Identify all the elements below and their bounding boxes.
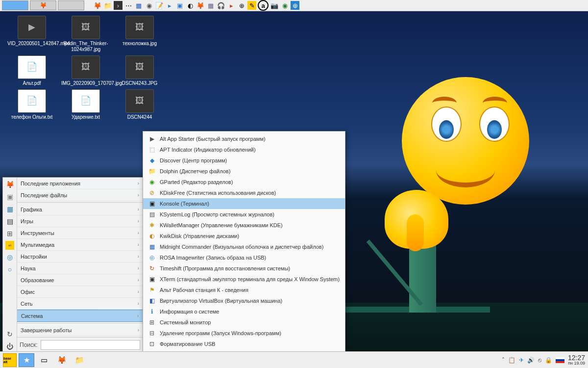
menu-recent-apps[interactable]: Последние приложения› <box>17 178 143 189</box>
launcher-files-icon[interactable]: 📁 <box>103 1 112 10</box>
fav-firefox-icon[interactable]: 🦊 <box>5 180 15 189</box>
fav-app-icon[interactable]: ▦ <box>5 204 15 214</box>
start-button[interactable]: base alt <box>3 353 17 367</box>
menu-category-label: Сеть <box>21 301 32 307</box>
submenu-item[interactable]: ℹИнформация о системе <box>143 306 345 317</box>
desktop-icon[interactable]: 🖼DSCN4244 <box>115 89 164 120</box>
submenu-item[interactable]: ⊟Удаление программ (Запуск Windows-прогр… <box>143 328 345 339</box>
menu-category[interactable]: Сеть› <box>17 298 143 310</box>
submenu-item[interactable]: ⊘KDiskFree (Статистика использования дис… <box>143 187 345 198</box>
app-icon: ◐ <box>148 232 156 240</box>
fav-chromium-icon[interactable]: ○ <box>5 264 15 274</box>
submenu-item[interactable]: 📁Dolphin (Диспетчер файлов) <box>143 166 345 177</box>
task-button[interactable] <box>2 0 28 10</box>
desktop-icon[interactable]: ▶VID_20200501_142847.mp4 <box>7 16 56 53</box>
panel-task-files[interactable]: 📁 <box>72 353 87 367</box>
tray-keyboard-layout-ru[interactable] <box>556 357 564 363</box>
launcher-app-icon[interactable]: ⊕ <box>291 1 299 10</box>
submenu-item[interactable]: ⊞Системный монитор <box>143 317 345 328</box>
panel-task-firefox[interactable]: 🦊 <box>54 353 70 367</box>
tray-telegram-icon[interactable]: ✈ <box>519 357 524 364</box>
menu-category[interactable]: Инструменты› <box>17 227 143 239</box>
launcher-app-icon[interactable]: ▦ <box>134 1 143 10</box>
submenu-item[interactable]: ◐KwikDisk (Управление дисками) <box>143 231 345 241</box>
task-button[interactable] <box>58 0 84 10</box>
launcher-app-icon[interactable]: ⊕ <box>237 1 246 10</box>
fav-power-icon[interactable]: ⏻ <box>5 342 15 351</box>
menu-category-label: Наука <box>21 265 36 271</box>
tray-volume-icon[interactable]: 🔊 <box>527 357 535 364</box>
tray-lock-icon[interactable]: 🔒 <box>545 357 552 364</box>
menu-category[interactable]: Образование› <box>17 274 143 286</box>
menu-search-input[interactable] <box>41 340 140 350</box>
launcher-more-icon[interactable]: ⋯ <box>124 1 133 10</box>
launcher-app-icon[interactable]: 📝 <box>155 1 164 10</box>
desktop-icon[interactable]: 🖼Rodin_The_Thinker-1024x987.jpg <box>61 16 110 53</box>
tray-clipboard-icon[interactable]: 📋 <box>508 357 515 364</box>
submenu-item[interactable]: ⊡Форматирование USB <box>143 339 345 349</box>
fav-app-icon[interactable]: ▤ <box>5 216 15 226</box>
launcher-app-icon[interactable]: ▦ <box>206 1 215 10</box>
submenu-item[interactable]: ▶Alt App Starter (Быстрый запуск програм… <box>143 133 345 144</box>
menu-recent-files[interactable]: Последние файлы› <box>17 189 143 201</box>
menu-category[interactable]: Графика› <box>17 204 143 215</box>
submenu-item[interactable]: ◆Discover (Центр программ) <box>143 155 345 166</box>
launcher-app-icon[interactable]: ◉ <box>280 1 289 10</box>
submenu-item[interactable]: ▤KSystemLog (Просмотр системных журналов… <box>143 209 345 220</box>
fav-app-icon[interactable]: ⊞ <box>5 229 15 238</box>
menu-category[interactable]: Настройки› <box>17 251 143 263</box>
chevron-right-icon: › <box>138 242 139 247</box>
fav-alt-icon[interactable]: alt <box>5 241 14 250</box>
submenu-item[interactable]: ◎ROSA Imagewriter (Запись образа на USB) <box>143 252 345 263</box>
submenu-item[interactable]: ◉GParted (Редактор разделов) <box>143 177 345 187</box>
app-icon: ▶ <box>148 135 156 143</box>
submenu-item[interactable]: ◧Виртуализатор VirtualBox (Виртуальная м… <box>143 295 345 306</box>
submenu-item[interactable]: ↻Timeshift (Программа для восстановления… <box>143 263 345 274</box>
menu-category[interactable]: Игры› <box>17 215 143 227</box>
submenu-item[interactable]: ⬚APT Indicator (Индикатор обновлений) <box>143 144 345 155</box>
launcher-terminal-icon[interactable]: › <box>114 1 122 10</box>
desktop-icon[interactable]: 🖼DSCN4243.JPG <box>115 55 164 86</box>
desktop-icon[interactable]: 🖼техноложка.jpg <box>115 16 164 53</box>
submenu-item[interactable]: ✱KWalletManager (Управление бумажниками … <box>143 220 345 231</box>
launcher-gimp-icon[interactable]: 🦊 <box>196 1 205 10</box>
launcher-app-icon[interactable]: 📷 <box>270 1 279 10</box>
tray-chevron-icon[interactable]: ˄ <box>502 357 505 364</box>
launcher-app-icon[interactable]: ✎ <box>247 1 256 10</box>
submenu-item[interactable]: ⚑Альт Рабочая станция К - сведения <box>143 285 345 295</box>
submenu-item-label: KSystemLog (Просмотр системных журналов) <box>160 211 274 217</box>
desktop-icon[interactable]: 📄Альт.pdf <box>7 55 56 86</box>
fav-app-icon[interactable]: ◎ <box>5 252 15 262</box>
menu-category[interactable]: Офис› <box>17 286 143 298</box>
menu-category-label: Мультимедиа <box>21 242 54 248</box>
menu-shutdown[interactable]: Завершение работы› <box>17 324 143 336</box>
desktop-icon[interactable]: 📄Ударение.txt <box>61 89 110 120</box>
launcher-app-icon[interactable]: ▣ <box>175 1 184 10</box>
task-button[interactable]: 🦊 <box>30 0 56 10</box>
launcher-app-icon[interactable]: a <box>258 0 269 11</box>
launcher-app-icon[interactable]: ◐ <box>186 1 195 10</box>
app-icon: ℹ <box>148 308 156 315</box>
chevron-right-icon: › <box>138 254 139 259</box>
panel-task[interactable]: ▭ <box>36 353 52 367</box>
panel-clock[interactable]: 12:27 пн 19.09 <box>568 354 585 366</box>
launcher-app-icon[interactable]: ▸ <box>227 1 236 10</box>
launcher-app-icon[interactable]: ◉ <box>145 1 153 10</box>
launcher-audio-icon[interactable]: 🎧 <box>217 1 225 10</box>
desktop-icon[interactable]: 🖼IMG_20220909_170707.jpg <box>61 55 110 86</box>
fav-app-icon[interactable]: ▣ <box>5 192 15 202</box>
chevron-right-icon: › <box>137 313 139 318</box>
launcher-firefox-icon[interactable]: 🦊 <box>93 1 102 10</box>
menu-category[interactable]: Наука› <box>17 263 143 274</box>
desktop-icon[interactable]: 📄телефон Ольги.txt <box>7 89 56 120</box>
launcher-app-icon[interactable]: ▸ <box>165 1 174 10</box>
submenu-item[interactable]: ▣Konsole (Терминал) <box>143 198 345 209</box>
tray-wifi-icon[interactable]: ⎋ <box>538 357 541 364</box>
submenu-item[interactable]: ▦Midnight Commander (Визуальная оболочка… <box>143 241 345 252</box>
menu-category[interactable]: Система› <box>17 310 143 322</box>
panel-launcher-star[interactable]: ★ <box>19 353 34 367</box>
chevron-right-icon: › <box>138 265 139 271</box>
menu-category[interactable]: Мультимедиа› <box>17 239 143 251</box>
submenu-item[interactable]: ▣XTerm (стандартный эмулятор терминала д… <box>143 274 345 285</box>
fav-recent-icon[interactable]: ↻ <box>5 329 15 339</box>
